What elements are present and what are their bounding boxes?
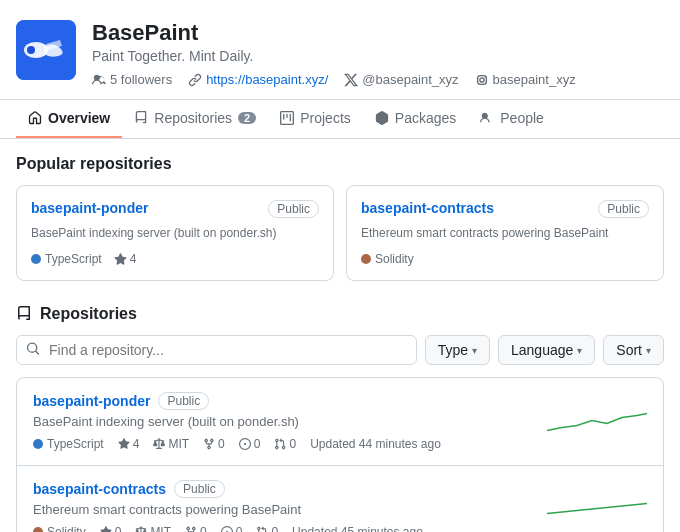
sort-filter-button[interactable]: Sort ▾ xyxy=(603,335,664,365)
lang-name-0: TypeScript xyxy=(45,252,102,266)
tab-repositories-label: Repositories xyxy=(154,110,232,126)
repo-lang-0: TypeScript xyxy=(33,437,104,451)
repo-item-badge-1: Public xyxy=(174,480,225,498)
repo-lang-dot-1 xyxy=(33,527,43,532)
type-chevron-icon: ▾ xyxy=(472,345,477,356)
sparkline-0 xyxy=(547,405,647,438)
popular-repos-title: Popular repositories xyxy=(16,155,664,173)
repo-issues-0: 0 xyxy=(239,437,261,451)
nav-tabs: Overview Repositories 2 Projects Package… xyxy=(0,100,680,139)
tab-overview[interactable]: Overview xyxy=(16,100,122,138)
tab-people-label: People xyxy=(500,110,544,126)
repos-toolbar: Type ▾ Language ▾ Sort ▾ xyxy=(16,335,664,365)
profile-header: BasePaint Paint Together. Mint Daily. 5 … xyxy=(0,0,680,100)
org-name: BasePaint xyxy=(92,20,664,46)
tab-projects-label: Projects xyxy=(300,110,351,126)
repo-license-0: MIT xyxy=(153,437,189,451)
popular-repo-badge-0: Public xyxy=(268,200,319,218)
sparkline-1 xyxy=(547,493,647,526)
repo-pr-1: 0 xyxy=(256,525,278,532)
popular-repo-badge-1: Public xyxy=(598,200,649,218)
svg-point-4 xyxy=(479,78,483,82)
repos-badge: 2 xyxy=(238,112,256,124)
repositories-section: Repositories Type ▾ Language ▾ xyxy=(16,305,664,532)
org-tagline: Paint Together. Mint Daily. xyxy=(92,48,664,64)
lang-dot-0 xyxy=(31,254,41,264)
popular-repo-desc-1: Ethereum smart contracts powering BasePa… xyxy=(361,224,649,242)
lang-name-1: Solidity xyxy=(375,252,414,266)
repo-issues-1: 0 xyxy=(221,525,243,532)
lang-label-1: Solidity xyxy=(361,252,414,266)
website-link[interactable]: https://basepaint.xyz/ xyxy=(206,72,328,87)
svg-point-2 xyxy=(27,46,35,54)
star-count-0: 4 xyxy=(114,252,137,266)
repo-item-meta-0: TypeScript 4 MIT 0 xyxy=(33,437,647,451)
repo-forks-0: 0 xyxy=(203,437,225,451)
main-content: Popular repositories basepaint-ponder Pu… xyxy=(0,139,680,532)
search-input[interactable] xyxy=(16,335,417,365)
repositories-title: Repositories xyxy=(16,305,664,323)
org-meta: 5 followers https://basepaint.xyz/ @base… xyxy=(92,72,664,87)
tab-packages[interactable]: Packages xyxy=(363,100,468,138)
repo-updated-0: Updated 44 minutes ago xyxy=(310,437,441,451)
repo-stars-0: 4 xyxy=(118,437,140,451)
instagram-meta[interactable]: basepaint_xyz xyxy=(475,72,576,87)
tab-projects[interactable]: Projects xyxy=(268,100,363,138)
instagram-handle: basepaint_xyz xyxy=(493,72,576,87)
twitter-meta[interactable]: @basepaint_xyz xyxy=(344,72,458,87)
followers-meta: 5 followers xyxy=(92,72,172,87)
type-filter-button[interactable]: Type ▾ xyxy=(425,335,490,365)
popular-repo-meta-1: Solidity xyxy=(361,252,649,266)
twitter-handle: @basepaint_xyz xyxy=(362,72,458,87)
repo-forks-1: 0 xyxy=(185,525,207,532)
tab-packages-label: Packages xyxy=(395,110,456,126)
popular-repo-meta-0: TypeScript 4 xyxy=(31,252,319,266)
popular-repos-grid: basepaint-ponder Public BasePaint indexi… xyxy=(16,185,664,281)
repo-updated-1: Updated 45 minutes ago xyxy=(292,525,423,532)
repo-item-1: basepaint-contracts Public Ethereum smar… xyxy=(17,466,663,532)
lang-dot-1 xyxy=(361,254,371,264)
repo-list: basepaint-ponder Public BasePaint indexi… xyxy=(16,377,664,532)
tab-people[interactable]: People xyxy=(468,100,556,138)
repo-pr-0: 0 xyxy=(274,437,296,451)
popular-repo-link-1[interactable]: basepaint-contracts xyxy=(361,200,494,216)
tab-overview-label: Overview xyxy=(48,110,110,126)
repo-lang-1: Solidity xyxy=(33,525,86,532)
repo-item-name-1[interactable]: basepaint-contracts xyxy=(33,481,166,497)
website-meta[interactable]: https://basepaint.xyz/ xyxy=(188,72,328,87)
language-chevron-icon: ▾ xyxy=(577,345,582,356)
sort-chevron-icon: ▾ xyxy=(646,345,651,356)
popular-repo-card-0: basepaint-ponder Public BasePaint indexi… xyxy=(16,185,334,281)
language-filter-button[interactable]: Language ▾ xyxy=(498,335,595,365)
lang-label-0: TypeScript xyxy=(31,252,102,266)
popular-repo-desc-0: BasePaint indexing server (built on pond… xyxy=(31,224,319,242)
popular-repo-link-0[interactable]: basepaint-ponder xyxy=(31,200,148,216)
repo-lang-dot-0 xyxy=(33,439,43,449)
search-input-wrap xyxy=(16,335,417,365)
repo-stars-1: 0 xyxy=(100,525,122,532)
svg-point-5 xyxy=(484,76,485,77)
followers-count: 5 followers xyxy=(110,72,172,87)
org-avatar xyxy=(16,20,76,80)
repo-license-1: MIT xyxy=(135,525,171,532)
repo-item-name-0[interactable]: basepaint-ponder xyxy=(33,393,150,409)
repo-item-badge-0: Public xyxy=(158,392,209,410)
tab-repositories[interactable]: Repositories 2 xyxy=(122,100,268,138)
popular-repo-card-1: basepaint-contracts Public Ethereum smar… xyxy=(346,185,664,281)
profile-info: BasePaint Paint Together. Mint Daily. 5 … xyxy=(92,20,664,99)
repo-item-0: basepaint-ponder Public BasePaint indexi… xyxy=(17,378,663,466)
star-number-0: 4 xyxy=(130,252,137,266)
